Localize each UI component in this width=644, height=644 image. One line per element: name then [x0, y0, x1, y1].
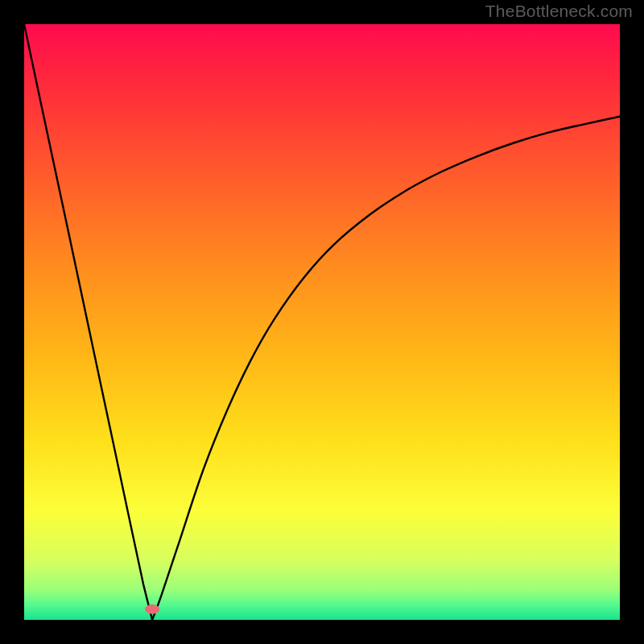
- chart-frame: TheBottleneck.com: [0, 0, 644, 644]
- marker-dot: [145, 605, 159, 614]
- gradient-background: [24, 24, 620, 620]
- attribution-label: TheBottleneck.com: [485, 2, 633, 21]
- chart-svg: [24, 24, 620, 620]
